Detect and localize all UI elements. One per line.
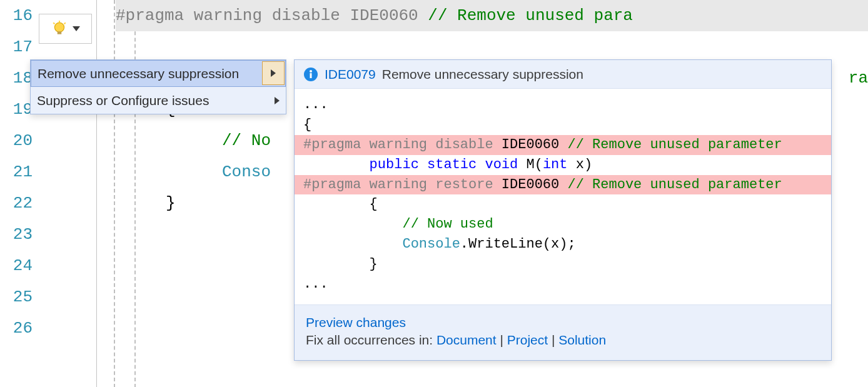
info-icon xyxy=(303,67,318,82)
preview-changes-link[interactable]: Preview changes xyxy=(306,315,406,329)
line-number: 16 xyxy=(0,0,38,31)
chevron-down-icon xyxy=(73,26,80,31)
menu-item-label: Remove unnecessary suppression xyxy=(38,66,239,81)
line-number: 26 xyxy=(0,313,38,344)
line-number-gutter: 16 17 18 19 20 21 22 23 24 25 26 xyxy=(0,0,38,387)
preview-line: public static void M(int x) xyxy=(295,155,831,175)
fixall-solution-link[interactable]: Solution xyxy=(558,333,606,347)
svg-point-7 xyxy=(310,70,312,73)
preview-line: Console.WriteLine(x); xyxy=(295,234,831,254)
margin-strip xyxy=(38,0,97,387)
preview-line: } xyxy=(295,254,831,274)
chevron-right-icon xyxy=(271,69,276,77)
svg-rect-6 xyxy=(310,73,312,78)
preview-line: { xyxy=(295,115,831,135)
line-number: 20 xyxy=(0,125,38,156)
code-line-16[interactable]: #pragma warning disable IDE0060 // Remov… xyxy=(116,0,868,31)
comment-tail: ra xyxy=(849,69,868,88)
preview-line: ... xyxy=(295,95,831,115)
line-number: 24 xyxy=(0,250,38,281)
lightbulb-icon xyxy=(51,21,68,37)
quick-actions-menu: Remove unnecessary suppression Suppress … xyxy=(30,59,286,114)
preview-line: // Now used xyxy=(295,214,831,234)
svg-rect-1 xyxy=(57,31,61,34)
chevron-right-icon xyxy=(275,97,280,104)
menu-item-label: Suppress or Configure issues xyxy=(37,93,209,108)
preview-line-removed: #pragma warning restore IDE0060 // Remov… xyxy=(295,175,831,195)
menu-item-suppress-configure[interactable]: Suppress or Configure issues xyxy=(31,87,286,114)
preview-line-removed: #pragma warning disable IDE0060 // Remov… xyxy=(295,135,831,155)
preview-line: { xyxy=(295,194,831,214)
svg-line-3 xyxy=(53,23,54,24)
pragma-text: #pragma warning disable xyxy=(116,6,350,25)
comment: // Remove unused para xyxy=(428,6,633,25)
line-number: 23 xyxy=(0,219,38,250)
brace: } xyxy=(116,194,176,213)
preview-header: IDE0079 Remove unnecessary suppression xyxy=(295,60,831,89)
svg-line-4 xyxy=(64,23,65,24)
comment: // No xyxy=(116,131,271,150)
code-line-17[interactable] xyxy=(116,31,868,63)
preview-line: ... xyxy=(295,274,831,294)
identifier: Conso xyxy=(116,163,271,181)
fixall-label: Fix all occurrences in: xyxy=(306,333,437,347)
diagnostic-title: Remove unnecessary suppression xyxy=(382,67,583,82)
line-number: 17 xyxy=(0,31,38,63)
diag-id: IDE0060 xyxy=(350,6,428,25)
diagnostic-id-link[interactable]: IDE0079 xyxy=(325,67,376,82)
line-number: 21 xyxy=(0,156,38,188)
separator: | xyxy=(497,333,507,347)
separator: | xyxy=(548,333,558,347)
line-number: 22 xyxy=(0,188,38,219)
preview-footer: Preview changes Fix all occurrences in: … xyxy=(295,304,831,360)
menu-item-remove-suppression[interactable]: Remove unnecessary suppression xyxy=(31,60,286,87)
submenu-indicator[interactable] xyxy=(262,61,285,85)
svg-point-0 xyxy=(54,23,64,32)
lightbulb-button[interactable] xyxy=(39,14,92,44)
fix-preview-panel: IDE0079 Remove unnecessary suppression .… xyxy=(294,59,832,361)
fixall-project-link[interactable]: Project xyxy=(507,333,548,347)
preview-body: ... { #pragma warning disable IDE0060 //… xyxy=(295,89,831,304)
line-number: 25 xyxy=(0,281,38,313)
fixall-document-link[interactable]: Document xyxy=(437,333,497,347)
